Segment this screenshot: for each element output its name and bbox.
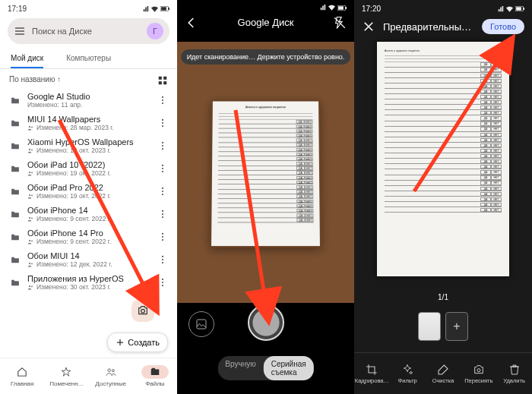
capture-button[interactable]: [248, 304, 284, 341]
more-icon[interactable]: [157, 254, 168, 265]
folder-sub: Изменено: 30 окт. 2023 г.: [27, 283, 151, 291]
more-icon[interactable]: [157, 209, 168, 219]
sort-row: По названию ↑: [0, 69, 177, 89]
svg-rect-54: [338, 6, 344, 10]
svg-point-17: [162, 142, 163, 143]
folder-row[interactable]: MIUI 14 Wallpapers Изменено: 28 мар. 202…: [0, 112, 177, 134]
svg-rect-1: [161, 7, 166, 11]
more-icon[interactable]: [157, 140, 168, 151]
tool-clean[interactable]: Очистка: [426, 353, 461, 394]
more-icon[interactable]: [157, 118, 168, 128]
flash-off-icon[interactable]: [333, 16, 347, 30]
folder-sub: Изменено: 9 сент. 2022 г.: [27, 215, 151, 222]
svg-point-42: [162, 256, 163, 257]
folder-row[interactable]: Обои MIUI 14 Изменено: 12 дек. 2022 г.: [0, 248, 177, 271]
folder-name: Обои iPad Pro 2022: [27, 183, 151, 192]
svg-point-30: [29, 216, 30, 218]
preview-title: Предварительный п…: [383, 21, 474, 33]
create-button[interactable]: Создать: [107, 333, 168, 352]
nav-files[interactable]: Файлы: [133, 358, 177, 394]
close-icon[interactable]: [362, 20, 375, 33]
tool-label: Кадрирова…: [355, 377, 389, 384]
folder-icon: [9, 278, 21, 288]
sort-label[interactable]: По названию ↑: [9, 75, 61, 86]
svg-point-8: [162, 99, 163, 101]
svg-point-22: [162, 165, 163, 166]
mode-auto[interactable]: Серийная съемка: [264, 356, 314, 380]
more-icon[interactable]: [157, 95, 168, 106]
svg-rect-6: [163, 81, 166, 84]
tool-delete[interactable]: Удалить: [496, 353, 532, 394]
folder-list: Google AI Studio Изменено: 11 апр. MIUI …: [0, 89, 177, 294]
avatar[interactable]: Г: [147, 23, 163, 39]
folder-row[interactable]: Приложения из HyperOS Изменено: 30 окт. …: [0, 271, 177, 294]
tab-computers[interactable]: Компьютеры: [66, 49, 111, 68]
folder-row[interactable]: Google AI Studio Изменено: 11 апр.: [0, 89, 177, 112]
view-grid-icon[interactable]: [157, 75, 168, 86]
nav-starred[interactable]: Помеченн...: [44, 358, 88, 394]
folder-name: Обои iPhone 14: [27, 206, 151, 215]
nav-home[interactable]: Главная: [0, 358, 44, 394]
mode-manual[interactable]: Вручную: [217, 356, 263, 380]
more-icon[interactable]: [157, 163, 168, 174]
svg-point-14: [162, 125, 163, 127]
svg-rect-3: [159, 77, 162, 80]
folder-row[interactable]: Обои iPad Pro 2022 Изменено: 19 окт. 202…: [0, 180, 177, 203]
svg-point-50: [141, 309, 145, 313]
folder-row[interactable]: Xiaomi HyperOS Wallpapers Изменено: 18 о…: [0, 134, 177, 157]
folder-name: Xiaomi HyperOS Wallpapers: [27, 137, 151, 147]
folder-icon: [9, 164, 21, 174]
more-icon[interactable]: [157, 186, 168, 197]
svg-point-28: [162, 191, 163, 192]
tool-label: Фильтр: [398, 377, 417, 384]
folder-name: MIUI 14 Wallpapers: [27, 115, 151, 124]
svg-rect-4: [163, 77, 166, 80]
menu-icon[interactable]: [14, 25, 26, 37]
svg-point-31: [31, 217, 33, 219]
tab-my-drive[interactable]: Мой диск: [11, 49, 43, 68]
status-time: 17:20: [362, 5, 381, 13]
folder-row[interactable]: Обои iPad 10 (2022) Изменено: 19 окт. 20…: [0, 157, 177, 180]
svg-point-41: [31, 263, 33, 264]
gallery-button[interactable]: [188, 311, 214, 337]
back-icon[interactable]: [185, 16, 198, 30]
svg-point-32: [162, 210, 163, 212]
nav-label: Доступные: [95, 380, 126, 387]
search-bar[interactable]: Поиск на Диске Г: [8, 18, 169, 44]
svg-point-51: [108, 369, 111, 372]
tool-retake[interactable]: Пересиять: [461, 353, 496, 394]
nav-label: Помеченн...: [49, 380, 83, 387]
more-icon[interactable]: [157, 277, 168, 288]
folder-icon: [9, 118, 21, 128]
nav-label: Файлы: [145, 380, 164, 387]
scan-button[interactable]: [131, 299, 154, 322]
svg-point-36: [31, 240, 33, 241]
svg-point-18: [162, 145, 163, 147]
nav-shared[interactable]: Доступные: [89, 358, 133, 394]
tool-label: Пересиять: [464, 377, 492, 384]
page-preview[interactable]: Анкета о здоровье пациентаДАНЕТДАНЕТДАНЕ…: [377, 42, 509, 276]
page-counter: 1/1: [354, 293, 532, 301]
svg-point-44: [162, 262, 163, 263]
tool-crop[interactable]: Кадрирова…: [354, 353, 390, 394]
status-bar: 17:19: [0, 0, 177, 14]
folder-sub: Изменено: 28 мар. 2023 г.: [27, 124, 151, 131]
image-icon: [195, 318, 207, 330]
svg-point-60: [477, 368, 480, 371]
done-button[interactable]: Готово: [482, 19, 524, 34]
folder-icon: [9, 210, 21, 219]
page-thumbs: +: [418, 312, 468, 341]
page-thumb[interactable]: [418, 312, 441, 341]
svg-point-39: [162, 239, 163, 241]
folder-row[interactable]: Обои iPhone 14 Изменено: 9 сент. 2022 г.: [0, 203, 177, 225]
folder-name: Обои iPhone 14 Pro: [27, 229, 151, 238]
svg-point-26: [31, 194, 33, 196]
folder-row[interactable]: Обои iPhone 14 Pro Изменено: 9 сент. 202…: [0, 225, 177, 248]
status-icons: [498, 5, 524, 13]
svg-point-47: [162, 279, 163, 280]
folder-sub: Изменено: 19 окт. 2022 г.: [27, 192, 151, 200]
add-page-button[interactable]: +: [445, 312, 468, 341]
more-icon[interactable]: [157, 232, 168, 242]
folder-icon: [9, 96, 21, 106]
tool-filter[interactable]: Фильтр: [390, 353, 426, 394]
